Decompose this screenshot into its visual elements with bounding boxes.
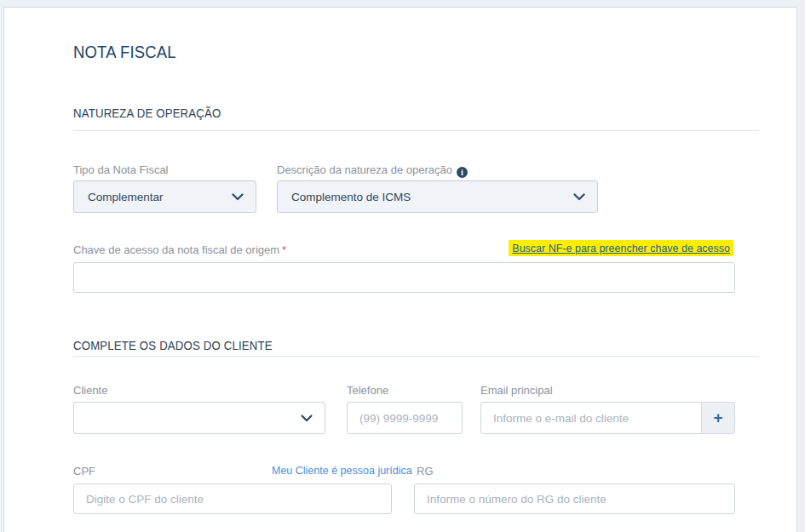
descricao-natureza-label: Descrição da natureza de operaçãoi — [277, 163, 468, 178]
form-card: NOTA FISCAL NATUREZA DE OPERAÇÃO Tipo da… — [3, 7, 797, 532]
descricao-natureza-value: Complemento de ICMS — [291, 191, 411, 203]
cpf-input[interactable] — [73, 483, 392, 514]
chave-acesso-field-wrap — [73, 262, 735, 293]
pessoa-juridica-link[interactable]: Meu Cliente é pessoa jurídica — [272, 465, 412, 477]
section-title-cliente: COMPLETE OS DADOS DO CLIENTE — [73, 338, 273, 352]
cliente-label: Cliente — [73, 384, 107, 397]
chevron-down-icon — [301, 410, 313, 426]
email-label: Email principal — [480, 384, 553, 397]
rg-label: RG — [417, 465, 434, 478]
nota-fiscal-page: NOTA FISCAL NATUREZA DE OPERAÇÃO Tipo da… — [0, 0, 805, 532]
email-input[interactable] — [480, 402, 702, 434]
cpf-label: CPF — [73, 465, 95, 478]
chave-acesso-label: Chave de acesso da nota fiscal de origem… — [73, 243, 286, 256]
chave-acesso-input[interactable] — [73, 262, 735, 293]
chevron-down-icon — [232, 189, 244, 204]
rg-input[interactable] — [414, 483, 735, 514]
tipo-nota-value: Complementar — [88, 191, 164, 203]
required-asterisk: * — [282, 243, 286, 256]
descricao-natureza-label-text: Descrição da natureza de operação — [277, 163, 452, 176]
tipo-nota-select[interactable]: Complementar — [73, 180, 256, 213]
section-title-natureza: NATUREZA DE OPERAÇÃO — [73, 106, 221, 120]
telefone-label: Telefone — [347, 384, 388, 397]
cpf-field-wrap — [73, 483, 392, 514]
tipo-nota-label: Tipo da Nota Fiscal — [73, 163, 169, 176]
buscar-nfe-link[interactable]: Buscar NF-e para preencher chave de aces… — [509, 240, 733, 256]
rg-field-wrap — [414, 483, 735, 514]
cliente-select[interactable] — [73, 402, 325, 434]
telefone-input[interactable] — [347, 402, 463, 434]
add-email-button[interactable]: + — [701, 402, 735, 434]
descricao-natureza-select[interactable]: Complemento de ICMS — [277, 180, 598, 213]
section-divider — [73, 130, 759, 131]
section-divider — [73, 356, 759, 357]
chave-acesso-label-text: Chave de acesso da nota fiscal de origem — [73, 243, 279, 256]
telefone-field-wrap — [347, 402, 463, 434]
info-icon[interactable]: i — [457, 167, 468, 178]
chevron-down-icon — [573, 189, 585, 204]
page-title: NOTA FISCAL — [73, 42, 176, 62]
email-group: + — [480, 402, 735, 434]
